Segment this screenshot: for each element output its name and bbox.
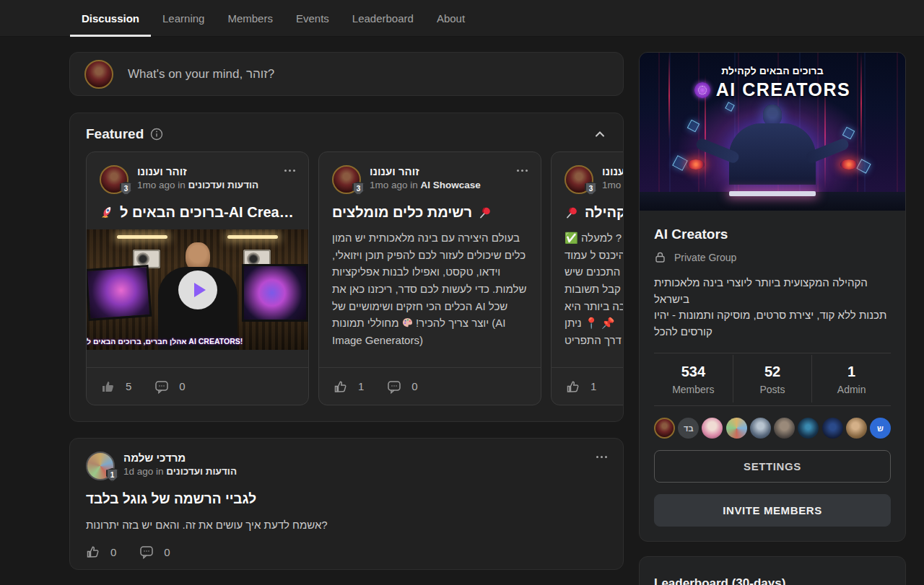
comment-icon[interactable] xyxy=(387,379,401,394)
space-link[interactable]: AI Showcase xyxy=(421,180,481,190)
post-timestamp: 1d ago in xyxy=(123,466,164,477)
post-title[interactable]: חוקי הקהילה xyxy=(552,194,624,221)
tab-discussion[interactable]: Discussion xyxy=(70,0,151,37)
palette-icon xyxy=(402,317,413,328)
author-avatar[interactable]: 3 xyxy=(332,165,361,194)
monitor-prop xyxy=(242,264,308,322)
member-avatar[interactable] xyxy=(702,418,723,439)
privacy-label: Private Group xyxy=(674,252,736,263)
member-avatar[interactable]: ש xyxy=(870,418,891,439)
post-timestamp: 1mo ago in xyxy=(370,180,418,190)
like-icon[interactable] xyxy=(101,379,116,394)
section-tabs: Discussion Learning Members Events Leade… xyxy=(70,0,476,37)
member-avatar[interactable] xyxy=(798,418,819,439)
invite-members-button[interactable]: INVITE MEMBERS xyxy=(654,494,891,527)
comment-icon[interactable] xyxy=(154,379,169,394)
stat-members[interactable]: 534 Members xyxy=(654,355,733,403)
post-title[interactable]: ברוכים הבאים ל-AI Creat... xyxy=(87,194,308,221)
group-description: הקהילה המקצועית ביותר ליוצרי בינה מלאכות… xyxy=(654,275,891,340)
member-avatar[interactable] xyxy=(822,418,843,439)
group-name: AI Creators xyxy=(654,226,891,242)
level-badge: 1 xyxy=(106,468,118,482)
post-composer[interactable]: What's on your mind, זוהר? xyxy=(69,52,624,96)
video-thumbnail[interactable]: אהלן חברים, ברוכים הבאים ל AI CREATORS! xyxy=(87,229,308,350)
tab-about[interactable]: About xyxy=(425,0,476,37)
post-meta: 1mo ago in AI Showcase xyxy=(370,180,508,190)
pin-icon xyxy=(565,206,579,220)
author-name[interactable]: זוהר וענונו xyxy=(370,165,508,177)
like-count: 5 xyxy=(126,380,131,392)
author-avatar[interactable]: 3 xyxy=(100,165,128,194)
like-icon[interactable] xyxy=(86,545,100,559)
leaderboard-card: Leaderboard (30-days) xyxy=(639,556,906,585)
author-name[interactable]: מרדכי שלמה xyxy=(123,452,588,464)
pin-icon xyxy=(478,206,492,220)
post-options-button[interactable] xyxy=(284,165,295,194)
post-options-button[interactable] xyxy=(517,165,528,194)
tab-members[interactable]: Members xyxy=(216,0,284,37)
post-body: ✅ למעלה ? היכנס ל עמוד התכנים שיש קבל תש… xyxy=(552,221,624,349)
cover-welcome-text: ברוכים הבאים לקהילת xyxy=(640,65,905,76)
featured-post-card[interactable]: 3 זוהר וענונו 1mo ago in AI Showcase רשי… xyxy=(318,151,541,405)
author-avatar[interactable]: 1 xyxy=(86,452,115,480)
post-title[interactable]: רשימת כלים מומלצים xyxy=(319,194,541,221)
member-avatar[interactable]: בד xyxy=(678,418,699,439)
space-link[interactable]: הודעות ועדכונים xyxy=(188,180,259,190)
composer-prompt: What's on your mind, זוהר? xyxy=(128,67,274,82)
brain-icon xyxy=(694,82,710,98)
group-cover-image: ברוכים הבאים לקהילת AI CREATORS xyxy=(640,53,905,211)
post-timestamp: 1mo ago in xyxy=(137,180,186,190)
post-body: בעולם היצירה עם בינה מלאכותית יש המון כל… xyxy=(319,221,541,349)
member-avatar[interactable] xyxy=(654,418,675,439)
member-avatars-row[interactable]: בד ש xyxy=(654,418,891,439)
member-avatar[interactable] xyxy=(846,418,867,439)
feed-post[interactable]: 1 מרדכי שלמה 1d ago in הודעות ועדכונים ל… xyxy=(69,438,624,570)
community-nav-bar: Discussion Learning Members Events Leade… xyxy=(0,0,924,37)
author-avatar[interactable]: 3 xyxy=(565,165,593,194)
monitor-prop xyxy=(87,265,152,321)
post-meta: 1mo xyxy=(602,180,624,190)
post-title[interactable]: לגביי הרשמה של גוגל בלבד xyxy=(86,491,607,507)
stat-admin[interactable]: 1 Admin xyxy=(811,355,891,403)
author-name[interactable]: זוהר וענונו xyxy=(137,165,276,177)
member-avatar[interactable] xyxy=(774,418,795,439)
post-timestamp: 1mo xyxy=(602,180,621,190)
featured-post-card[interactable]: 3 זוהר וענונו 1mo ago in הודעות ועדכונים xyxy=(86,151,309,405)
settings-button[interactable]: SETTINGS xyxy=(654,450,891,483)
tab-leaderboard[interactable]: Leaderboard xyxy=(341,0,425,37)
tab-events[interactable]: Events xyxy=(284,0,341,37)
rocket-icon xyxy=(100,206,114,220)
post-meta: 1d ago in הודעות ועדכונים xyxy=(123,466,588,477)
group-info-card: ברוכים הבאים לקהילת AI CREATORS AI Creat… xyxy=(639,52,906,542)
featured-cards-carousel[interactable]: 3 זוהר וענונו 1mo ago in הודעות ועדכונים xyxy=(86,151,624,405)
like-count: 1 xyxy=(590,380,596,392)
like-count: 0 xyxy=(110,546,116,558)
space-link[interactable]: הודעות ועדכונים xyxy=(166,466,237,477)
tab-learning[interactable]: Learning xyxy=(151,0,216,37)
member-avatar[interactable] xyxy=(750,418,771,439)
post-options-button[interactable] xyxy=(596,452,607,480)
post-body: אשמח לדעת איך עושים את זה. והאם יש בזה י… xyxy=(86,519,607,531)
featured-heading: Featured xyxy=(86,126,144,142)
member-avatar[interactable] xyxy=(726,418,747,439)
like-icon[interactable] xyxy=(334,379,348,394)
video-caption: אהלן חברים, ברוכים הבאים ל AI CREATORS! xyxy=(87,337,308,346)
featured-post-card[interactable]: 3 זוהר וענונו 1mo חוקי הקהילה ✅ למעלה xyxy=(551,151,624,405)
play-button-icon[interactable] xyxy=(178,270,217,309)
cover-brand-text: AI CREATORS xyxy=(716,79,850,100)
featured-section: Featured 3 זוהר וענונו 1mo ago in הודעות… xyxy=(69,113,624,422)
info-icon[interactable] xyxy=(150,128,163,141)
post-meta: 1mo ago in הודעות ועדכונים xyxy=(137,180,276,190)
comment-count: 0 xyxy=(411,380,417,392)
comment-count: 0 xyxy=(179,380,185,392)
group-stats: 534 Members 52 Posts 1 Admin xyxy=(654,355,891,403)
comment-icon[interactable] xyxy=(139,545,154,559)
author-name[interactable]: זוהר וענונו xyxy=(602,165,624,177)
lock-icon xyxy=(654,251,666,263)
comment-count: 0 xyxy=(164,546,170,558)
current-user-avatar[interactable] xyxy=(84,60,113,89)
chevron-up-icon[interactable] xyxy=(594,128,606,140)
like-icon[interactable] xyxy=(566,379,580,394)
stat-posts[interactable]: 52 Posts xyxy=(733,355,812,403)
like-count: 1 xyxy=(358,380,364,392)
